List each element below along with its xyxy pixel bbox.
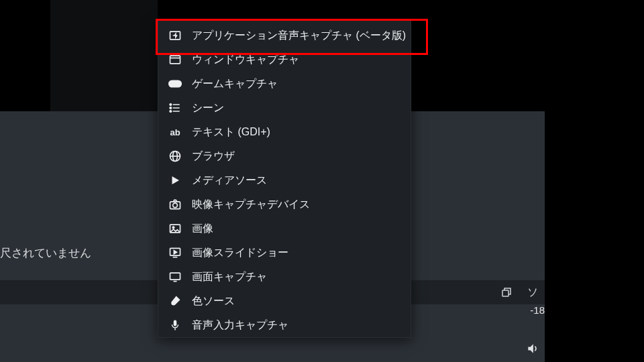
menu-item-image-slideshow[interactable]: 画像スライドショー [158, 241, 411, 265]
menu-item-label: ブラウザ [192, 149, 235, 164]
globe-icon [168, 149, 182, 164]
app-audio-icon [168, 28, 182, 43]
menu-item-label: 音声入力キャプチャ [192, 318, 288, 333]
camera-icon [168, 197, 182, 212]
menu-item-app-audio-capture[interactable]: アプリケーション音声キャプチャ (ベータ版) [158, 23, 411, 48]
menu-item-game-capture[interactable]: ゲームキャプチャ [158, 72, 411, 96]
stage: 尺されていません ソ o i -18 -35-30-25-20-15-10 [0, 0, 644, 362]
level-readout: -18 [530, 304, 545, 316]
menu-item-scene[interactable]: シーン [158, 96, 411, 120]
menu-item-display-capture[interactable]: 画面キャプチャ [158, 265, 411, 289]
svg-point-5 [170, 107, 172, 109]
menu-item-text-gdi[interactable]: ab テキスト (GDI+) [158, 120, 411, 144]
svg-rect-3 [168, 80, 182, 88]
menu-item-media-source[interactable]: メディアソース [158, 168, 411, 192]
svg-rect-2 [170, 56, 180, 64]
menu-item-window-capture[interactable]: ウィンドウキャプチャ [158, 48, 411, 72]
list-icon [168, 101, 182, 115]
menu-item-video-capture-device[interactable]: 映像キャプチャデバイス [158, 192, 411, 217]
speaker-icon[interactable] [526, 342, 539, 355]
text-icon: ab [168, 125, 182, 139]
menu-item-label: ウィンドウキャプチャ [192, 53, 299, 67]
svg-point-4 [170, 104, 172, 106]
svg-point-6 [170, 111, 172, 113]
svg-rect-14 [170, 273, 180, 280]
svg-rect-15 [174, 320, 177, 326]
mic-icon [168, 318, 182, 333]
play-icon [168, 173, 182, 188]
slideshow-icon [168, 245, 182, 260]
menu-item-image[interactable]: 画像 [158, 217, 411, 241]
menu-item-label: 画像スライドショー [192, 246, 288, 260]
gamepad-icon [168, 76, 182, 91]
window-icon [168, 52, 182, 67]
brush-icon [168, 294, 182, 308]
menu-item-label: 映像キャプチャデバイス [192, 198, 310, 212]
menu-item-label: ゲームキャプチャ [192, 77, 278, 91]
top-empty-block [50, 0, 158, 111]
menu-item-color-source[interactable]: 色ソース [158, 289, 411, 313]
menu-item-label: アプリケーション音声キャプチャ (ベータ版) [192, 29, 406, 43]
menu-item-label: テキスト (GDI+) [192, 125, 270, 139]
menu-item-label: 画像 [192, 222, 213, 236]
menu-item-label: メディアソース [192, 174, 267, 188]
svg-point-12 [172, 227, 174, 229]
status-text: 尺されていません [0, 245, 91, 261]
menu-item-label: シーン [192, 101, 224, 115]
menu-item-label: 画面キャプチャ [192, 270, 267, 284]
svg-point-10 [173, 203, 178, 208]
display-icon [168, 269, 182, 284]
add-source-menu: アプリケーション音声キャプチャ (ベータ版) ウィンドウキャプチャ ゲームキャプ… [158, 19, 411, 338]
menu-item-audio-input-capture[interactable]: 音声入力キャプチャ [158, 313, 411, 337]
image-icon [168, 221, 182, 236]
menu-item-browser[interactable]: ブラウザ [158, 144, 411, 168]
menu-item-label: 色ソース [192, 294, 235, 308]
